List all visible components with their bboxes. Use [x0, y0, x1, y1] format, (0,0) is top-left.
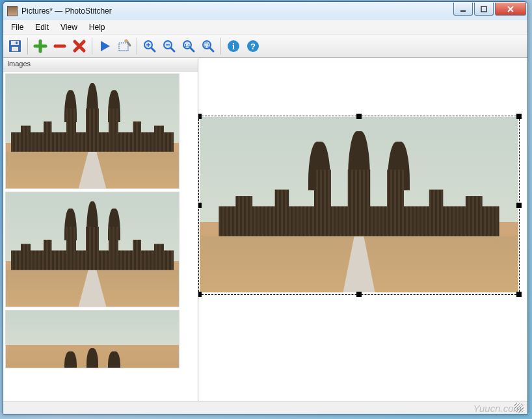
- svg-text:1:1: 1:1: [185, 44, 191, 47]
- images-panel-header: Images: [3, 58, 198, 71]
- toolbar-separator: [220, 38, 221, 55]
- zoom-actual-button[interactable]: 1:1: [180, 37, 198, 55]
- info-icon: i: [226, 39, 241, 53]
- titlebar[interactable]: Pictures* — PhotoStitcher: [3, 2, 527, 20]
- svg-rect-4: [12, 47, 18, 51]
- zoom-in-button[interactable]: [140, 37, 159, 55]
- svg-rect-6: [119, 43, 128, 51]
- thumbnail-list[interactable]: [3, 71, 198, 401]
- crop-icon: [117, 39, 131, 53]
- canvas[interactable]: [198, 58, 527, 401]
- app-window: Pictures* — PhotoStitcher File Edit View…: [3, 1, 528, 414]
- workarea: Images: [3, 58, 527, 401]
- svg-rect-0: [460, 10, 466, 12]
- maximize-button[interactable]: [474, 3, 494, 16]
- zoom-out-icon: [162, 39, 176, 53]
- thumbnail-item[interactable]: [5, 73, 180, 189]
- save-icon: [8, 39, 22, 53]
- minus-icon: [53, 39, 67, 53]
- plus-icon: [33, 39, 47, 53]
- remove-button[interactable]: [51, 37, 69, 55]
- toolbar-separator: [27, 38, 28, 55]
- add-button[interactable]: [31, 37, 49, 55]
- images-panel: Images: [3, 58, 198, 401]
- zoom-fit-icon: [201, 39, 215, 53]
- crop-handle-bm[interactable]: [356, 292, 362, 297]
- menubar: File Edit View Help: [3, 20, 527, 34]
- svg-point-7: [124, 40, 128, 42]
- crop-handle-bl[interactable]: [198, 292, 202, 297]
- crop-button[interactable]: [115, 37, 133, 55]
- crop-selection[interactable]: [198, 116, 520, 295]
- resize-grip[interactable]: [514, 403, 524, 413]
- svg-rect-3: [11, 41, 19, 45]
- thumbnail-item[interactable]: [5, 192, 180, 307]
- crop-handle-mr[interactable]: [516, 203, 522, 208]
- toolbar-separator: [92, 38, 92, 55]
- help-button[interactable]: ?: [244, 37, 262, 55]
- toolbar-separator: [137, 38, 137, 55]
- thumbnail-item[interactable]: [5, 310, 180, 368]
- svg-text:?: ?: [250, 42, 256, 51]
- svg-rect-1: [481, 6, 486, 12]
- info-button[interactable]: i: [224, 37, 243, 55]
- play-icon: [98, 39, 112, 53]
- stitch-button[interactable]: [96, 37, 114, 55]
- close-button[interactable]: [495, 3, 526, 16]
- zoom-actual-icon: 1:1: [181, 39, 196, 53]
- minimize-button[interactable]: [453, 3, 473, 16]
- crop-handle-tr[interactable]: [516, 114, 522, 119]
- crop-handle-br[interactable]: [516, 292, 522, 297]
- statusbar: [3, 401, 527, 414]
- app-icon: [7, 6, 18, 16]
- svg-rect-5: [16, 42, 18, 44]
- menu-edit[interactable]: Edit: [30, 21, 54, 33]
- menu-help[interactable]: Help: [84, 21, 111, 33]
- zoom-out-button[interactable]: [160, 37, 178, 55]
- clear-button[interactable]: [70, 37, 88, 55]
- crop-handle-tl[interactable]: [198, 114, 202, 119]
- window-controls: [453, 3, 526, 16]
- toolbar: 1:1 i ?: [3, 34, 527, 58]
- help-icon: ?: [246, 39, 260, 53]
- window-title: Pictures* — PhotoStitcher: [21, 6, 449, 16]
- crop-handle-ml[interactable]: [198, 203, 202, 208]
- crop-handle-tm[interactable]: [356, 114, 362, 119]
- zoom-in-icon: [142, 39, 157, 53]
- menu-file[interactable]: File: [6, 21, 29, 33]
- x-icon: [72, 39, 86, 53]
- save-button[interactable]: [6, 37, 24, 55]
- menu-view[interactable]: View: [55, 21, 83, 33]
- zoom-fit-button[interactable]: [199, 37, 217, 55]
- svg-text:i: i: [232, 42, 235, 51]
